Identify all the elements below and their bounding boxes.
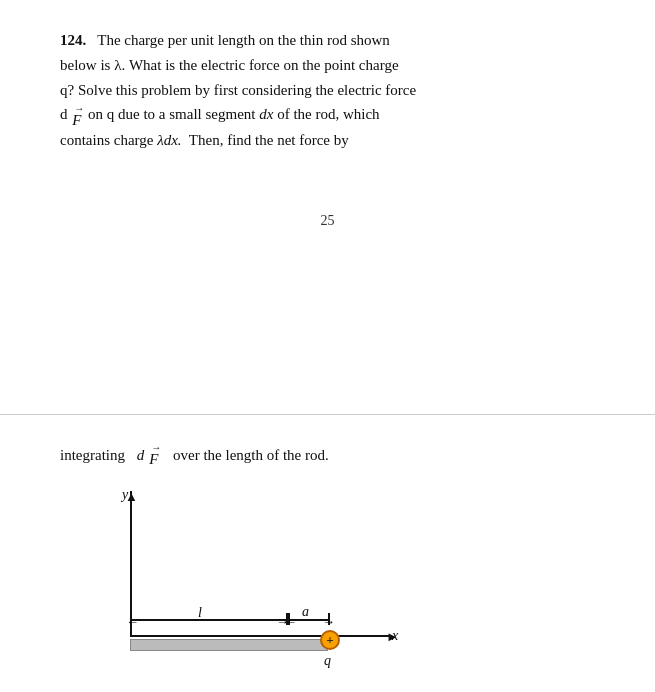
- page-number: 25: [321, 213, 335, 229]
- problem-number: 124.: [60, 32, 86, 48]
- l-label: l: [198, 605, 202, 621]
- page-bottom: integrating d → F over the length of the…: [0, 415, 655, 692]
- page-number-area: 25: [60, 153, 595, 253]
- rod: [130, 639, 328, 651]
- charge-label: q: [324, 653, 331, 669]
- a-arrow-left: ←: [284, 614, 297, 630]
- page-top: 124. The charge per unit length on the t…: [0, 0, 655, 415]
- integrating-fvec: → F: [149, 443, 160, 467]
- x-axis: [130, 635, 390, 637]
- charge-circle: +: [320, 630, 340, 650]
- diagram: y ▲ x ► ← → l ← → a + q: [70, 481, 410, 681]
- problem-line4: d →F on q due to a small segment dx of t…: [60, 102, 595, 128]
- a-arrow-right: →: [322, 614, 335, 630]
- problem-text: 124. The charge per unit length on the t…: [60, 28, 595, 153]
- l-dim-line: [130, 619, 288, 621]
- problem-line2: below is λ. What is the electric force o…: [60, 53, 595, 78]
- y-axis-arrow: ▲: [125, 489, 138, 505]
- integrating-line: integrating d → F over the length of the…: [60, 443, 595, 467]
- x-axis-arrow: ►: [386, 629, 399, 645]
- df-vector: →F: [72, 104, 83, 128]
- problem-line3: q? Solve this problem by first consideri…: [60, 78, 595, 103]
- l-arrow-left: ←: [126, 614, 139, 630]
- problem-line5: contains charge λdx. Then, find the net …: [60, 128, 595, 153]
- problem-line1: 124. The charge per unit length on the t…: [60, 28, 595, 53]
- a-label: a: [302, 604, 309, 620]
